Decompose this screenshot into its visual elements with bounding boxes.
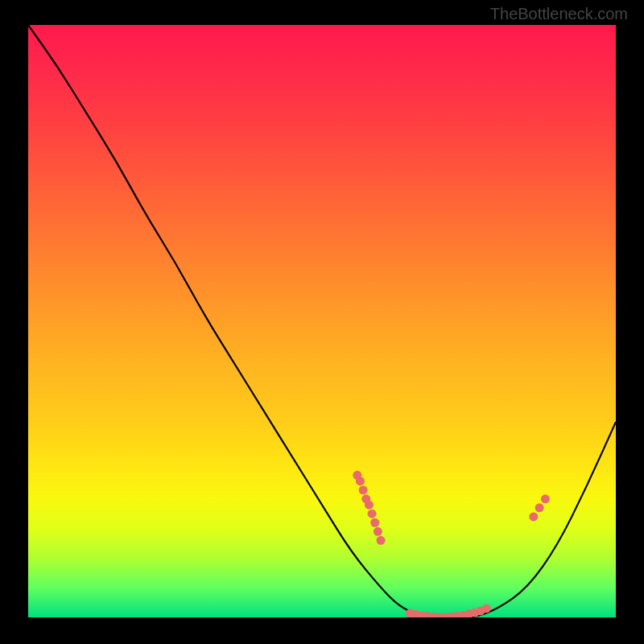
marker-dot — [368, 510, 377, 518]
data-markers — [353, 471, 550, 617]
marker-dot — [370, 518, 379, 527]
marker-dot — [374, 527, 382, 536]
attribution-text: TheBottleneck.com — [490, 5, 628, 23]
plot-area — [28, 25, 616, 617]
marker-dot — [541, 494, 550, 503]
bottleneck-curve — [28, 25, 616, 617]
marker-dot — [365, 501, 374, 510]
marker-dot — [529, 512, 538, 521]
chart-svg — [28, 25, 616, 617]
marker-dot — [356, 477, 365, 485]
marker-dot — [482, 604, 491, 613]
marker-dot — [359, 485, 368, 494]
marker-dot — [377, 536, 386, 545]
marker-dot — [535, 503, 544, 512]
